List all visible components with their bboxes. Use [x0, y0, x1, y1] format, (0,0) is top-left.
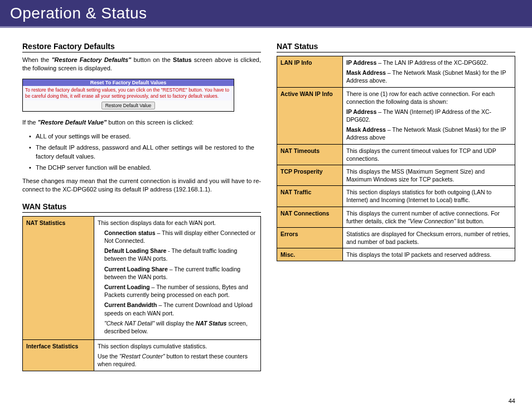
- nat-row-desc: IP Address – The LAN IP Address of the X…: [343, 56, 515, 88]
- nat-row-label: TCP Prosperity: [277, 165, 343, 185]
- t: NAT Status: [196, 320, 227, 327]
- restore-after: If the "Restore Default Value" button on…: [22, 118, 261, 127]
- nat-row-desc: This displays the current timeout values…: [343, 144, 515, 165]
- page-title: Operation & Status: [10, 4, 147, 22]
- t: button on the: [131, 56, 173, 63]
- t: Current Loading: [104, 284, 150, 290]
- nat-row-label: Errors: [277, 227, 343, 248]
- wan-row-label: NAT Statistics: [23, 216, 94, 339]
- wan-row-desc: This section displays cumulative statist…: [94, 340, 261, 371]
- page-body: Restore Factory Defaults When the "Resto…: [0, 28, 532, 371]
- t: When the: [22, 56, 51, 63]
- t: Current Loading Share: [104, 266, 168, 272]
- left-column: Restore Factory Defaults When the "Resto…: [22, 42, 261, 371]
- nat-row-label: NAT Traffic: [277, 186, 343, 207]
- t: If the: [22, 119, 38, 126]
- t: Status: [173, 56, 192, 63]
- nat-row-desc: This displays the total IP packets and r…: [343, 248, 515, 261]
- t: "View Connection": [408, 218, 456, 224]
- t: There is one (1) row for each active con…: [346, 90, 511, 106]
- nat-row-desc: This section displays statistics for bot…: [343, 186, 515, 207]
- nat-row-desc: There is one (1) row for each active con…: [343, 87, 515, 144]
- t: "Check NAT Detail": [104, 320, 154, 327]
- fig-btn-row: Restore Default Value: [23, 100, 234, 111]
- t: Mask Address: [346, 126, 386, 133]
- page-banner: Operation & Status: [0, 0, 532, 28]
- restore-screenshot: Reset To Factory Default Values To resto…: [22, 79, 234, 112]
- t: "Restart Counter": [119, 353, 165, 360]
- t: "Restore Default Value": [38, 119, 107, 126]
- wan-heading: WAN Status: [22, 202, 261, 213]
- wan-row-label: Interface Statistics: [23, 340, 94, 371]
- t: button on this screen is clicked:: [107, 119, 194, 126]
- nat-row-label: NAT Connections: [277, 207, 343, 227]
- t: Default Loading Share: [104, 247, 166, 254]
- nat-row-desc: Statistics are displayed for Checksum er…: [343, 227, 515, 248]
- right-column: NAT Status LAN IP Info IP Address – The …: [277, 42, 515, 371]
- t: IP Address: [346, 59, 376, 66]
- wan-row-desc: This section displays data for each WAN …: [94, 216, 261, 339]
- t: Use the: [98, 353, 119, 360]
- list-item: ALL of your settings will be erased.: [36, 132, 261, 141]
- restore-default-button[interactable]: Restore Default Value: [101, 102, 156, 109]
- nat-row-label: Misc.: [277, 248, 343, 261]
- nat-row-desc: This displays the MSS (Maximum Segment S…: [343, 165, 515, 185]
- t: Connection status: [104, 229, 156, 236]
- fig-body: To restore the factory default setting v…: [23, 86, 234, 100]
- t: Current Bandwidth: [104, 301, 157, 308]
- nat-row-desc: This displays the current number of acti…: [343, 207, 515, 227]
- t: "Restore Factory Defaults": [51, 56, 131, 63]
- t: Mask Address: [346, 69, 386, 76]
- nat-row-label: Active WAN IP Info: [277, 87, 343, 144]
- t: – The LAN IP Address of the XC-DPG602.: [376, 59, 488, 66]
- wan-sub: Connection status – This will display ei…: [98, 229, 257, 335]
- t: list button.: [456, 218, 484, 224]
- nat-table: LAN IP Info IP Address – The LAN IP Addr…: [277, 56, 515, 261]
- t: This section displays data for each WAN …: [98, 219, 216, 226]
- nat-heading: NAT Status: [277, 42, 515, 52]
- restore-intro: When the "Restore Factory Defaults" butt…: [22, 56, 261, 73]
- t: This section displays cumulative statist…: [98, 343, 207, 349]
- t: IP Address: [346, 108, 376, 115]
- nat-row-label: NAT Timeouts: [277, 144, 343, 165]
- fig-title: Reset To Factory Default Values: [23, 79, 234, 86]
- list-item: The default IP address, password and ALL…: [36, 143, 261, 161]
- restore-bullets: ALL of your settings will be erased. The…: [22, 132, 261, 173]
- nat-row-label: LAN IP Info: [277, 56, 343, 88]
- wan-table: NAT Statistics This section displays dat…: [22, 216, 261, 371]
- list-item: The DCHP server function will be enabled…: [36, 164, 261, 173]
- restore-heading: Restore Factory Defaults: [22, 42, 261, 52]
- restore-changes: These changes may mean that the current …: [22, 177, 261, 194]
- t: will display the: [154, 320, 196, 327]
- page-number: 44: [509, 397, 515, 404]
